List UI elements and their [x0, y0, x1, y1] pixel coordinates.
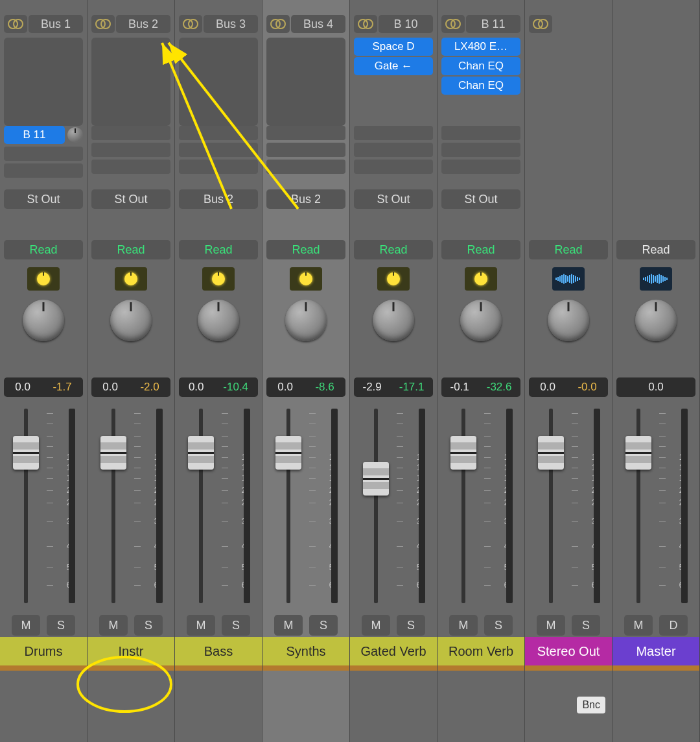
fader-cap[interactable]: [100, 436, 126, 470]
inserts-slot[interactable]: [179, 38, 258, 126]
input-bus-selector[interactable]: Bus 1: [29, 15, 83, 33]
send-bus[interactable]: B 11: [4, 126, 65, 144]
send-empty-slot[interactable]: [441, 160, 520, 174]
pan-knob[interactable]: [198, 300, 239, 341]
solo-button[interactable]: S: [134, 615, 163, 636]
send-empty-slot[interactable]: [179, 143, 258, 157]
send-empty-slot[interactable]: [179, 126, 258, 140]
mute-button[interactable]: M: [187, 615, 215, 636]
fader-track[interactable]: [275, 409, 301, 603]
channel-strip[interactable]: B 11LX480 E…Chan EQChan EQSt OutRead-0.1…: [438, 0, 525, 742]
track-name[interactable]: Master: [612, 637, 699, 665]
automation-mode[interactable]: Read: [354, 240, 433, 259]
fader-cap[interactable]: [538, 436, 564, 470]
fader-track[interactable]: [538, 409, 564, 603]
bounce-button[interactable]: Bnc: [577, 697, 605, 713]
output-selector[interactable]: St Out: [4, 189, 83, 209]
automation-mode[interactable]: Read: [179, 240, 258, 259]
solo-button[interactable]: S: [572, 615, 600, 636]
automation-mode[interactable]: Read: [266, 240, 345, 259]
inserts-slot[interactable]: [616, 38, 695, 126]
stereo-mode-button[interactable]: [91, 15, 115, 33]
fader-cap[interactable]: [13, 436, 39, 470]
plugin-insert[interactable]: Chan EQ: [441, 57, 520, 75]
mute-button[interactable]: M: [274, 615, 303, 636]
inserts-slot[interactable]: [91, 38, 170, 126]
automation-mode[interactable]: Read: [4, 240, 83, 259]
solo-button[interactable]: D: [659, 615, 688, 636]
send-empty-slot[interactable]: [266, 160, 345, 174]
pan-mode-button[interactable]: [27, 267, 60, 291]
fader-cap[interactable]: [363, 462, 389, 496]
send-empty-slot[interactable]: [441, 143, 520, 157]
automation-mode[interactable]: Read: [441, 240, 520, 259]
fader-track[interactable]: [100, 409, 126, 603]
send-empty-slot[interactable]: [4, 163, 83, 178]
track-name[interactable]: Gated Verb: [350, 637, 437, 665]
pan-knob[interactable]: [373, 300, 414, 341]
send-empty-slot[interactable]: [91, 143, 170, 157]
send-empty-slot[interactable]: [266, 143, 345, 157]
pan-mode-button[interactable]: [115, 267, 147, 291]
track-name[interactable]: Drums: [0, 637, 87, 665]
output-selector[interactable]: St Out: [354, 189, 433, 209]
fader-track[interactable]: [363, 409, 389, 603]
stereo-mode-button[interactable]: [529, 15, 552, 33]
stereo-mode-button[interactable]: [441, 15, 465, 33]
fader-track[interactable]: [450, 409, 476, 603]
channel-strip[interactable]: Read0.00369121518212430405060MDMaster: [612, 0, 700, 742]
fader-cap[interactable]: [188, 436, 214, 470]
send-empty-slot[interactable]: [354, 143, 433, 157]
fader-track[interactable]: [625, 409, 651, 603]
pan-knob[interactable]: [110, 300, 152, 341]
mute-button[interactable]: M: [624, 615, 653, 636]
pan-mode-button[interactable]: [290, 267, 322, 291]
stereo-mode-button[interactable]: [354, 15, 377, 33]
send-empty-slot[interactable]: [354, 126, 433, 140]
input-bus-selector[interactable]: Bus 2: [116, 15, 170, 33]
stereo-mode-button[interactable]: [179, 15, 202, 33]
stereo-mode-button[interactable]: [4, 15, 27, 33]
channel-strip[interactable]: Bus 1B 11St OutRead0.0-1.703691215182124…: [0, 0, 88, 742]
plugin-insert[interactable]: LX480 E…: [441, 38, 520, 56]
channel-strip[interactable]: Bus 3Bus 2Read0.0-10.4036912151821243040…: [175, 0, 262, 742]
pan-knob[interactable]: [23, 300, 64, 341]
track-name[interactable]: Synths: [262, 637, 349, 665]
channel-strip[interactable]: B 10Space DGate ←St OutRead-2.9-17.10369…: [350, 0, 438, 742]
plugin-insert[interactable]: Space D: [354, 38, 433, 56]
input-bus-selector[interactable]: Bus 4: [291, 15, 345, 33]
track-name[interactable]: Stereo Out: [525, 637, 612, 665]
fader-track[interactable]: [188, 409, 214, 603]
output-selector[interactable]: Bus 2: [266, 189, 345, 209]
pan-mode-button[interactable]: [202, 267, 235, 291]
automation-mode[interactable]: Read: [616, 240, 695, 259]
solo-button[interactable]: S: [484, 615, 513, 636]
automation-mode[interactable]: Read: [529, 240, 608, 259]
solo-button[interactable]: S: [47, 615, 75, 636]
input-bus-selector[interactable]: B 11: [466, 15, 520, 33]
solo-button[interactable]: S: [222, 615, 250, 636]
meter-mode-button[interactable]: [640, 267, 672, 291]
send-empty-slot[interactable]: [91, 126, 170, 140]
pan-knob[interactable]: [285, 300, 327, 341]
send-level-knob[interactable]: [67, 127, 83, 143]
inserts-slot[interactable]: [266, 38, 345, 126]
plugin-insert[interactable]: Chan EQ: [441, 77, 520, 95]
stereo-mode-button[interactable]: [266, 15, 290, 33]
inserts-slot[interactable]: [4, 38, 83, 126]
pan-mode-button[interactable]: [465, 267, 497, 291]
fader-cap[interactable]: [450, 436, 476, 470]
inserts-slot[interactable]: LX480 E…Chan EQChan EQ: [441, 38, 520, 126]
send-empty-slot[interactable]: [4, 147, 83, 161]
channel-strip[interactable]: Bus 4Bus 2Read0.0-8.60369121518212430405…: [262, 0, 350, 742]
input-bus-selector[interactable]: Bus 3: [204, 15, 258, 33]
send-empty-slot[interactable]: [266, 126, 345, 140]
automation-mode[interactable]: Read: [91, 240, 170, 259]
meter-mode-button[interactable]: [552, 267, 585, 291]
mute-button[interactable]: M: [537, 615, 565, 636]
mute-button[interactable]: M: [99, 615, 128, 636]
mute-button[interactable]: M: [12, 615, 40, 636]
send-empty-slot[interactable]: [441, 126, 520, 140]
inserts-slot[interactable]: [529, 38, 608, 126]
plugin-insert[interactable]: Gate ←: [354, 57, 433, 75]
